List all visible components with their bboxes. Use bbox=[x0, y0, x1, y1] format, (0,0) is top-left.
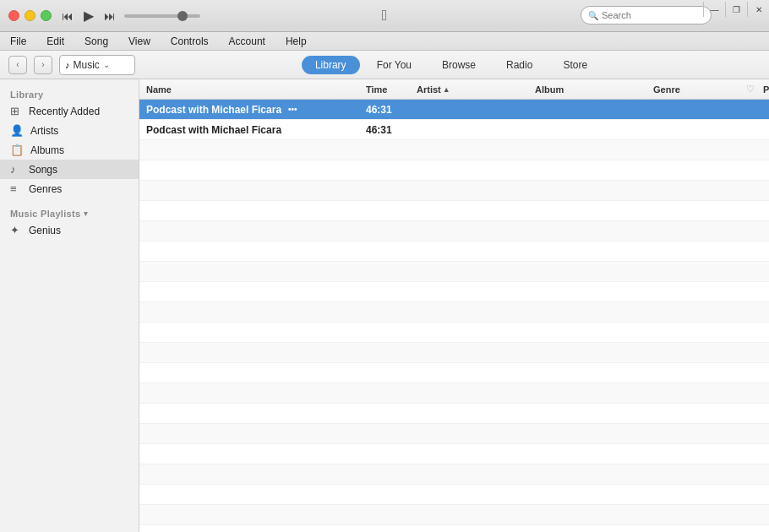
artists-label: Artists bbox=[30, 125, 58, 137]
minimize-button[interactable] bbox=[25, 10, 35, 21]
row-1-dots: ••• bbox=[288, 105, 297, 114]
menu-view[interactable]: View bbox=[125, 34, 154, 49]
col-header-heart: ♡ bbox=[738, 84, 763, 95]
win-restore-button[interactable]: ❐ bbox=[725, 2, 747, 17]
location-selector[interactable]: ♪ Music ⌄ bbox=[59, 55, 135, 75]
win-controls: — ❐ ✕ bbox=[703, 0, 769, 32]
sidebar: Library ⊞ Recently Added 👤 Artists 📋 Alb… bbox=[0, 79, 139, 532]
table-row-empty[interactable] bbox=[139, 323, 769, 343]
progress-area[interactable] bbox=[124, 14, 200, 18]
name-header-label: Name bbox=[146, 84, 172, 95]
playlists-section-label[interactable]: Music Playlists ▾ bbox=[0, 205, 139, 220]
sidebar-item-genres[interactable]: ≡ Genres bbox=[0, 179, 139, 198]
col-header-time: Time bbox=[366, 84, 417, 95]
menu-file[interactable]: File bbox=[7, 34, 30, 49]
menu-edit[interactable]: Edit bbox=[43, 34, 68, 49]
win-close-button[interactable]: ✕ bbox=[747, 2, 769, 17]
row-2-time: 46:31 bbox=[366, 124, 417, 136]
content-area: Name Time Artist ▲ Album Genre ♡ Plays bbox=[139, 79, 769, 532]
heart-header-label: ♡ bbox=[746, 84, 755, 94]
row-2-name: Podcast with Michael Ficara bbox=[146, 124, 366, 136]
table-row-empty[interactable] bbox=[139, 444, 769, 464]
menu-controls[interactable]: Controls bbox=[167, 34, 212, 49]
table-row-empty[interactable] bbox=[139, 140, 769, 160]
col-header-plays: Plays bbox=[763, 84, 769, 95]
next-button[interactable]: ⏭ bbox=[102, 8, 117, 24]
progress-track[interactable] bbox=[124, 14, 200, 18]
table-header: Name Time Artist ▲ Album Genre ♡ Plays bbox=[139, 79, 769, 100]
forward-button[interactable]: › bbox=[34, 56, 52, 74]
table-row-empty[interactable] bbox=[139, 363, 769, 383]
genre-header-label: Genre bbox=[653, 84, 680, 95]
music-note-icon: ♪ bbox=[65, 60, 70, 70]
col-header-genre: Genre bbox=[653, 84, 738, 95]
maximize-button[interactable] bbox=[41, 10, 52, 21]
table-row[interactable]: Podcast with Michael Ficara ••• 46:31 bbox=[139, 100, 769, 120]
table-row-empty[interactable] bbox=[139, 383, 769, 404]
table-row-empty[interactable] bbox=[139, 505, 769, 525]
menu-bar: File Edit Song View Controls Account Hel… bbox=[0, 32, 769, 51]
table-row-empty[interactable] bbox=[139, 343, 769, 363]
table-row-empty[interactable] bbox=[139, 404, 769, 424]
sidebar-item-songs[interactable]: ♪ Songs bbox=[0, 160, 139, 179]
tab-radio[interactable]: Radio bbox=[493, 56, 546, 74]
apple-logo:  bbox=[382, 7, 388, 24]
recently-added-label: Recently Added bbox=[29, 106, 100, 117]
win-minimize-button[interactable]: — bbox=[703, 2, 725, 17]
play-button[interactable]: ▶ bbox=[82, 6, 95, 25]
menu-help[interactable]: Help bbox=[282, 34, 310, 49]
prev-button[interactable]: ⏮ bbox=[60, 8, 75, 24]
row-1-name: Podcast with Michael Ficara ••• bbox=[146, 104, 366, 116]
row-2-time-text: 46:31 bbox=[366, 124, 392, 136]
search-icon: 🔍 bbox=[588, 11, 598, 20]
table-row-empty[interactable] bbox=[139, 160, 769, 181]
progress-thumb bbox=[177, 11, 188, 21]
title-bar: ⏮ ▶ ⏭  🔍 — ❐ ✕ bbox=[0, 0, 769, 32]
genius-label: Genius bbox=[29, 225, 61, 236]
plays-header-label: Plays bbox=[763, 84, 769, 95]
sidebar-item-artists[interactable]: 👤 Artists bbox=[0, 121, 139, 140]
sidebar-item-genius[interactable]: ✦ Genius bbox=[0, 220, 139, 240]
sidebar-item-recently-added[interactable]: ⊞ Recently Added bbox=[0, 101, 139, 121]
table-row-empty[interactable] bbox=[139, 181, 769, 201]
songs-icon: ♪ bbox=[10, 163, 22, 176]
table-row-empty[interactable] bbox=[139, 485, 769, 505]
row-1-time: 46:31 bbox=[366, 104, 417, 116]
table-row-empty[interactable] bbox=[139, 242, 769, 262]
back-button[interactable]: ‹ bbox=[8, 56, 27, 74]
table-row-empty[interactable] bbox=[139, 221, 769, 242]
table-row-empty[interactable] bbox=[139, 201, 769, 221]
row-1-time-text: 46:31 bbox=[366, 104, 392, 116]
table-row-empty[interactable] bbox=[139, 302, 769, 323]
table-row[interactable]: Podcast with Michael Ficara 46:31 bbox=[139, 120, 769, 140]
library-section-label: Library bbox=[0, 86, 139, 101]
tab-for-you[interactable]: For You bbox=[363, 56, 425, 74]
menu-account[interactable]: Account bbox=[226, 34, 269, 49]
tab-library[interactable]: Library bbox=[302, 56, 360, 74]
location-label: Music bbox=[74, 59, 100, 71]
col-header-artist[interactable]: Artist ▲ bbox=[417, 84, 535, 95]
genius-icon: ✦ bbox=[10, 224, 22, 236]
nav-bar: ‹ › ♪ Music ⌄ Library For You Browse Rad… bbox=[0, 51, 769, 79]
col-header-album: Album bbox=[535, 84, 653, 95]
col-header-name[interactable]: Name bbox=[146, 84, 366, 95]
transport-controls: ⏮ ▶ ⏭ bbox=[60, 6, 117, 25]
close-button[interactable] bbox=[8, 10, 19, 21]
time-header-label: Time bbox=[366, 84, 387, 95]
tab-store[interactable]: Store bbox=[549, 56, 601, 74]
table-row-empty[interactable] bbox=[139, 282, 769, 302]
sidebar-item-albums[interactable]: 📋 Albums bbox=[0, 140, 139, 160]
artist-header-label: Artist bbox=[417, 84, 441, 95]
tab-browse[interactable]: Browse bbox=[428, 56, 489, 74]
search-box[interactable]: 🔍 bbox=[581, 6, 712, 24]
search-input[interactable] bbox=[602, 10, 704, 20]
row-2-name-text: Podcast with Michael Ficara bbox=[146, 124, 281, 136]
main-layout: Library ⊞ Recently Added 👤 Artists 📋 Alb… bbox=[0, 79, 769, 532]
genres-icon: ≡ bbox=[10, 182, 22, 195]
table-row-empty[interactable] bbox=[139, 424, 769, 444]
table-row-empty[interactable] bbox=[139, 464, 769, 485]
menu-song[interactable]: Song bbox=[81, 34, 112, 49]
playlists-chevron-icon: ▾ bbox=[84, 209, 88, 218]
table-row-empty[interactable] bbox=[139, 262, 769, 282]
row-1-name-text: Podcast with Michael Ficara bbox=[146, 104, 281, 116]
